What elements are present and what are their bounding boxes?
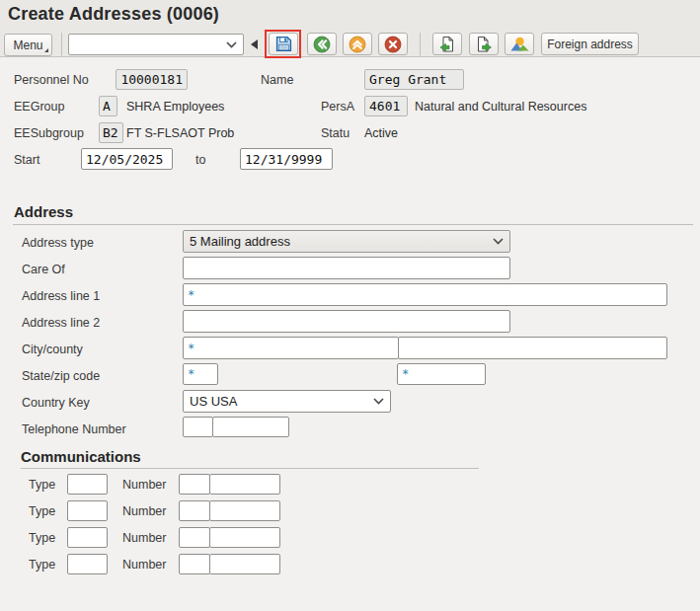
address-line-2-input[interactable] xyxy=(183,310,510,333)
comm-number-prefix-input[interactable] xyxy=(179,500,210,521)
city-input[interactable] xyxy=(183,337,399,359)
city-county-label: City/county xyxy=(22,343,83,356)
name-label: Name xyxy=(261,73,293,87)
address-type-select[interactable]: 5 Mailing address xyxy=(183,230,510,253)
comm-number-label: Number xyxy=(122,478,166,492)
page-title: Create Addresses (0006) xyxy=(8,4,219,25)
comm-number-prefix-input[interactable] xyxy=(179,474,210,495)
toolbar-separator xyxy=(420,33,421,57)
status-label: Statu xyxy=(321,126,350,140)
country-key-label: Country Key xyxy=(22,396,90,410)
personnel-no-field[interactable] xyxy=(116,69,188,90)
collapse-toolbar-icon[interactable] xyxy=(251,39,258,49)
communications-section-heading: Communications xyxy=(21,448,141,465)
chevron-down-icon xyxy=(226,41,237,48)
status-text: Active xyxy=(364,126,398,140)
comm-number-input[interactable] xyxy=(209,527,280,548)
comm-number-prefix-input[interactable] xyxy=(179,554,210,574)
pers-area-text: Natural and Cultural Resources xyxy=(415,100,586,114)
communications-section-divider xyxy=(21,468,479,469)
comm-number-input[interactable] xyxy=(209,554,280,574)
telephone-number-label: Telephone Number xyxy=(22,422,126,436)
address-line-2-label: Address line 2 xyxy=(22,316,100,330)
start-date-label: Start xyxy=(14,153,39,167)
cancel-button[interactable] xyxy=(378,33,408,55)
comm-number-label: Number xyxy=(122,504,166,518)
exit-icon xyxy=(349,36,366,53)
country-key-value: US USA xyxy=(190,394,237,409)
to-label: to xyxy=(195,153,205,167)
previous-record-icon xyxy=(438,36,456,53)
care-of-input[interactable] xyxy=(183,257,510,279)
next-record-button[interactable] xyxy=(469,33,499,55)
overview-button[interactable] xyxy=(505,33,534,55)
back-icon xyxy=(313,36,331,53)
comm-type-label: Type xyxy=(29,531,55,545)
ee-subgroup-label: EESubgroup xyxy=(14,126,84,140)
address-section-heading: Address xyxy=(14,203,73,220)
comm-number-label: Number xyxy=(122,531,166,545)
address-line-1-label: Address line 1 xyxy=(22,289,100,303)
name-field[interactable] xyxy=(364,69,464,90)
county-input[interactable] xyxy=(398,337,667,359)
to-date-field[interactable] xyxy=(240,148,333,170)
telephone-area-input[interactable] xyxy=(183,417,213,437)
telephone-number-input[interactable] xyxy=(212,417,289,437)
address-line-1-input[interactable] xyxy=(183,283,667,306)
ee-group-text: SHRA Employees xyxy=(126,100,224,114)
ee-group-field[interactable] xyxy=(99,96,117,116)
ee-subgroup-text: FT S-FLSAOT Prob xyxy=(126,126,234,140)
state-zip-label: State/zip code xyxy=(22,369,100,383)
chevron-down-icon xyxy=(493,238,504,245)
chevron-down-icon xyxy=(373,398,384,405)
comm-type-input[interactable] xyxy=(67,500,108,521)
country-key-select[interactable]: US USA xyxy=(183,390,391,413)
comm-type-input[interactable] xyxy=(67,474,108,495)
foreign-address-button[interactable]: Foreign address xyxy=(541,33,639,55)
next-record-icon xyxy=(475,36,493,53)
ee-group-label: EEGroup xyxy=(14,100,64,114)
cancel-icon xyxy=(384,36,402,53)
pers-area-field[interactable] xyxy=(364,96,408,116)
care-of-label: Care Of xyxy=(22,263,65,276)
previous-record-button[interactable] xyxy=(432,33,462,55)
save-highlight-box xyxy=(265,30,301,58)
ee-subgroup-field[interactable] xyxy=(99,122,123,143)
address-type-label: Address type xyxy=(22,236,94,250)
foreign-address-label: Foreign address xyxy=(547,38,633,51)
start-date-field[interactable] xyxy=(81,148,173,170)
comm-number-input[interactable] xyxy=(209,474,280,495)
overview-icon xyxy=(510,37,529,51)
comm-type-input[interactable] xyxy=(67,554,108,574)
comm-number-input[interactable] xyxy=(209,500,280,521)
menu-button[interactable]: Menu xyxy=(4,34,52,56)
comm-type-label: Type xyxy=(29,504,55,518)
menu-fold-icon xyxy=(44,48,48,52)
pers-area-label: PersA xyxy=(321,100,354,114)
comm-type-label: Type xyxy=(29,558,55,572)
comm-type-label: Type xyxy=(29,478,55,492)
address-type-value: 5 Mailing address xyxy=(190,234,290,249)
personnel-no-label: Personnel No xyxy=(14,73,89,87)
comm-number-label: Number xyxy=(122,558,166,572)
state-input[interactable] xyxy=(183,363,218,385)
comm-number-prefix-input[interactable] xyxy=(179,527,210,548)
zip-input[interactable] xyxy=(397,363,486,385)
toolbar-separator xyxy=(61,33,62,57)
exit-button[interactable] xyxy=(343,33,372,55)
back-button[interactable] xyxy=(307,33,337,55)
menu-button-label: Menu xyxy=(13,38,42,52)
comm-type-input[interactable] xyxy=(67,527,108,548)
command-combobox[interactable] xyxy=(68,34,244,55)
address-section-divider xyxy=(13,224,693,225)
